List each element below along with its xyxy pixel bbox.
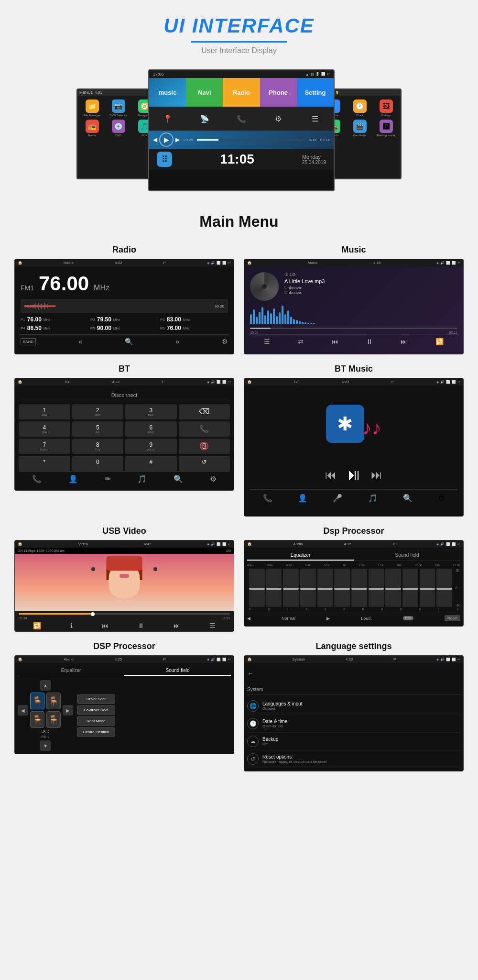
eq-slider-9[interactable]: [385, 569, 401, 607]
nav-icon-extra[interactable]: ☰: [297, 107, 334, 131]
bt-prev-button[interactable]: ⏮: [325, 468, 337, 482]
reset-button[interactable]: Reset: [445, 615, 460, 621]
end-call-button[interactable]: 📵: [179, 439, 230, 454]
list-item[interactable]: 📁 File Manager: [80, 99, 104, 117]
up-arrow-button[interactable]: ▲: [40, 680, 51, 691]
num-8[interactable]: 8TUV: [72, 439, 124, 454]
num-3[interactable]: 3DEF: [125, 404, 177, 419]
video-play-button[interactable]: ⏸: [138, 622, 144, 629]
list-item[interactable]: P1 76.00 MHz: [21, 316, 88, 323]
list-item[interactable]: ↺ Reset options Network, apps, or device…: [247, 750, 460, 768]
list-item[interactable]: P2 79.50 MHz: [90, 316, 158, 323]
eq-slider-4[interactable]: [300, 569, 316, 607]
tab-sound-field[interactable]: Sound field: [354, 551, 460, 561]
music-controls[interactable]: ◀ ▶ ▶: [153, 132, 180, 147]
nav-icon-phone[interactable]: 📞: [223, 107, 260, 131]
list-item[interactable]: 🅿 Parking assist: [374, 120, 398, 137]
nav-icon-map[interactable]: 📍: [149, 107, 186, 131]
eq-slider-7[interactable]: [351, 569, 367, 607]
settings-button[interactable]: ⚙: [222, 338, 228, 345]
eq-slider-6[interactable]: [334, 569, 350, 607]
passenger-seat-icon[interactable]: 🪑: [46, 693, 61, 709]
loop-button[interactable]: 🔁: [435, 338, 444, 345]
list-item[interactable]: 📷 DVR Selector: [107, 99, 130, 117]
down-arrow-button[interactable]: ▼: [40, 740, 51, 751]
eq-slider-12[interactable]: [436, 569, 452, 607]
next-icon[interactable]: ▶: [175, 136, 180, 143]
nav-icon-settings[interactable]: ⚙: [260, 107, 297, 131]
tab-equalizer[interactable]: Equalizer: [247, 551, 354, 561]
list-item[interactable]: P5 90.00 MHz: [90, 325, 158, 331]
tab2-equalizer[interactable]: Equalizer: [18, 666, 124, 676]
bt-settings-icon2[interactable]: ⚙: [438, 494, 445, 503]
list-item[interactable]: P4 86.50 MHz: [21, 325, 88, 331]
next-button[interactable]: ⏭: [401, 338, 407, 345]
bt-mic-icon[interactable]: 🎤: [333, 494, 342, 503]
nav-setting[interactable]: Setting: [297, 78, 334, 107]
prev-icon[interactable]: ◀: [153, 136, 157, 143]
bt-settings-icon[interactable]: ⚙: [210, 474, 217, 484]
bt-contacts-icon2[interactable]: 👤: [298, 494, 307, 503]
video-playlist-button[interactable]: ☰: [209, 622, 216, 629]
list-item[interactable]: 🎬 Car Media: [348, 120, 371, 137]
eq-slider-11[interactable]: [420, 569, 435, 607]
loud-toggle[interactable]: OFF: [403, 616, 413, 620]
apps-icon[interactable]: ⠿: [157, 152, 172, 167]
eq-slider-8[interactable]: [369, 569, 384, 607]
bt-search-icon2[interactable]: 🔍: [403, 494, 413, 503]
repeat-button[interactable]: ⇄: [298, 338, 304, 345]
eq-slider-3[interactable]: [283, 569, 299, 607]
list-item[interactable]: 💿 DVD: [107, 120, 130, 137]
bt-music-icon2[interactable]: 🎵: [368, 494, 378, 503]
call-button[interactable]: 📞: [179, 421, 230, 437]
star-button[interactable]: *: [19, 456, 70, 471]
nav-phone[interactable]: Phone: [260, 78, 297, 107]
rear-right-seat-icon[interactable]: 🪑: [46, 711, 61, 728]
playlist-button[interactable]: ☰: [264, 338, 270, 345]
video-progress-bar[interactable]: [19, 613, 230, 615]
list-item[interactable]: 📻 Radio: [80, 120, 104, 137]
eq-slider-5[interactable]: [317, 569, 333, 607]
rear-left-seat-icon[interactable]: 🪑: [30, 711, 44, 728]
play-pause-button[interactable]: ⏸: [366, 338, 373, 345]
right-arrow-button[interactable]: ▶: [63, 705, 73, 716]
eq-slider-1[interactable]: [249, 569, 265, 607]
refresh-button[interactable]: ↺: [179, 456, 230, 471]
num-9[interactable]: 9WXYZ: [125, 439, 177, 454]
tab2-sound-field[interactable]: Sound field: [124, 666, 231, 676]
num-7[interactable]: 7PQRS: [19, 439, 70, 454]
play-button[interactable]: ▶: [159, 132, 174, 147]
bt-next-button[interactable]: ⏭: [371, 468, 382, 482]
music-progress-bar[interactable]: [197, 139, 305, 141]
list-item[interactable]: 🖼 Gallery: [374, 99, 398, 117]
bt-music-icon[interactable]: 🎵: [137, 474, 147, 484]
music-progress[interactable]: [250, 328, 457, 329]
bt-call-icon[interactable]: 📞: [263, 494, 272, 503]
bt-play-pause-button[interactable]: ⏯: [346, 466, 361, 484]
search-button[interactable]: 🔍: [125, 338, 133, 345]
play-arrow-icon[interactable]: ▶: [326, 616, 330, 621]
bt-phone-icon[interactable]: 📞: [32, 474, 42, 484]
video-prev-button[interactable]: ⏮: [102, 622, 109, 629]
list-item[interactable]: 🕐 Clock: [348, 99, 371, 117]
centre-position-button[interactable]: Centre Position: [77, 727, 115, 737]
prev-button[interactable]: ⏮: [332, 338, 338, 345]
num-0[interactable]: 0+: [72, 456, 124, 471]
num-4[interactable]: 4GHI: [19, 421, 70, 437]
driver-seat-icon[interactable]: 🪑: [30, 693, 44, 709]
driver-seat-button[interactable]: Driver Seat: [77, 694, 115, 704]
bt-edit-icon[interactable]: ✏: [105, 474, 111, 484]
num-5[interactable]: 5JKL: [72, 421, 124, 437]
list-item[interactable]: ☁ Backup Off: [247, 733, 460, 750]
prev-prev-button[interactable]: «: [78, 338, 82, 345]
num-1[interactable]: 1GHI: [19, 404, 70, 419]
bt-search-icon[interactable]: 🔍: [174, 474, 183, 484]
eq-slider-2[interactable]: [266, 569, 282, 607]
left-arrow-button[interactable]: ◀: [18, 705, 28, 716]
nav-music[interactable]: music: [149, 78, 186, 107]
bt-contacts-icon[interactable]: 👤: [68, 474, 78, 484]
hash-button[interactable]: #: [125, 456, 177, 471]
num-6[interactable]: 6MNO: [125, 421, 177, 437]
eq-slider-10[interactable]: [402, 569, 418, 607]
video-repeat-button[interactable]: 🔁: [33, 622, 41, 629]
